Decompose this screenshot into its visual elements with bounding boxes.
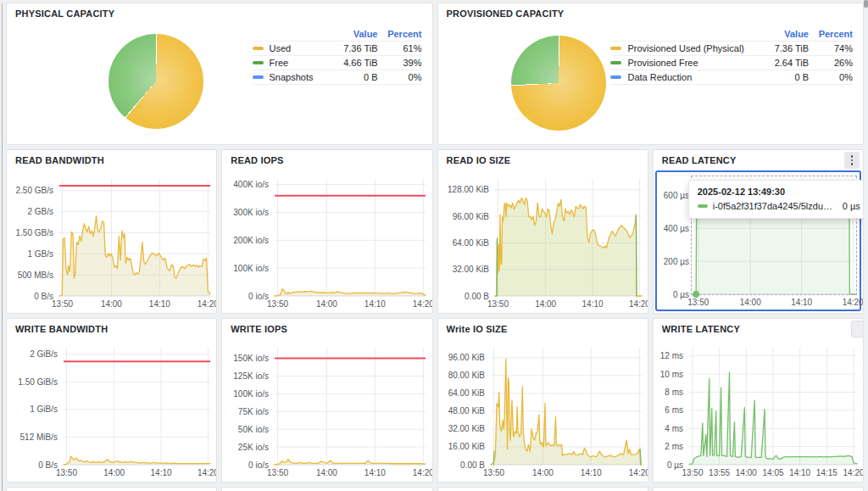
read-io-size-chart[interactable]: 0.00 B32.00 KiB64.00 KiB96.00 KiB128.00 …	[443, 174, 644, 310]
panel-menu-kebab-icon[interactable]	[844, 152, 860, 169]
series-marker-icon	[610, 75, 621, 79]
y-tick-label: 300K io/s	[234, 208, 270, 217]
panel-title-write-iops[interactable]: WRITE IOPS	[231, 324, 287, 334]
write-iops-chart[interactable]: 0 io/s25K io/s50K io/s75K io/s100K io/s1…	[227, 343, 428, 479]
x-tick-label: 14:10	[151, 468, 172, 477]
y-tick-label: 2.50 GB/s	[16, 186, 53, 195]
pie-sheen	[108, 34, 203, 129]
panel-title-read-latency[interactable]: READ LATENCY	[662, 155, 737, 165]
panel-title-provisioned-capacity[interactable]: PROVISIONED CAPACITY	[447, 8, 565, 19]
chart-svg[interactable]: 0 io/s25K io/s50K io/s75K io/s100K io/s1…	[227, 343, 428, 479]
x-tick-label: 13:50	[52, 299, 73, 309]
y-tick-label: 1 GiB/s	[30, 405, 58, 414]
x-tick-label: 13:55	[709, 468, 730, 477]
y-tick-label: 2 GB/s	[27, 207, 53, 216]
legend-row[interactable]: Data Reduction0 B0%	[610, 70, 853, 85]
x-tick-label: 14:00	[316, 468, 337, 477]
y-tick-label: 600 µs	[664, 191, 689, 200]
x-tick-label: 14:20	[842, 298, 863, 307]
panel-read-latency: READ LATENCY 0 µs200 µs400 µs600 µs13:50…	[653, 149, 864, 314]
legend-value: 0 B	[326, 72, 378, 82]
legend-row[interactable]: Used7.36 TiB61%	[253, 41, 422, 55]
write-io-size-chart[interactable]: 0.00 B16.00 KiB32.00 KiB48.00 KiB64.00 K…	[443, 343, 644, 479]
y-tick-label: 32.00 KiB	[448, 424, 485, 433]
legend-row[interactable]: Free4.66 TiB39%	[253, 55, 422, 70]
x-tick-label: 14:20	[843, 468, 864, 477]
clipped-panel	[221, 487, 432, 491]
panel-read-bandwidth: READ BANDWIDTH 0 B/s500 MB/s1 GB/s1.50 G…	[6, 149, 217, 314]
x-tick-label: 14:00	[103, 468, 125, 477]
x-tick-label: 14:10	[149, 299, 170, 309]
panel-title-write-io-size[interactable]: Write IO SIZE	[447, 324, 508, 334]
panel-title-write-bandwidth[interactable]: WRITE BANDWIDTH	[15, 324, 108, 334]
panel-title-physical-capacity[interactable]: PHYSICAL CAPACITY	[15, 8, 114, 19]
panel-read-io-size: READ IO SIZE 0.00 B32.00 KiB64.00 KiB96.…	[437, 149, 648, 314]
window-border	[2, 3, 3, 491]
tooltip-series-name: i-0f5a2f31f37da4245/5lzdu0sghfi	[713, 201, 837, 211]
x-tick-label: 14:00	[736, 468, 757, 477]
panel-title-read-iops[interactable]: READ IOPS	[231, 155, 283, 165]
y-tick-label: 400 µs	[664, 224, 689, 233]
clipped-panel	[653, 487, 864, 491]
series-point-marker[interactable]	[693, 291, 699, 298]
x-tick-label: 14:15	[816, 468, 837, 477]
legend-value: 4.66 TiB	[326, 58, 378, 68]
y-tick-label: 32.00 KiB	[452, 265, 489, 274]
series-marker-icon	[610, 61, 621, 64]
y-tick-label: 64.00 KiB	[452, 238, 489, 248]
x-tick-label: 14:10	[364, 468, 386, 477]
chart-svg[interactable]: 0 B/s512 MiB/s1 GiB/s1.50 GiB/s2 GiB/s13…	[12, 343, 213, 479]
read-iops-chart[interactable]: 0 io/s100K io/s200K io/s300K io/s400K io…	[227, 174, 428, 310]
panel-title-read-bandwidth[interactable]: READ BANDWIDTH	[15, 155, 104, 165]
legend-series-name: Data Reduction	[610, 72, 756, 82]
chart-svg[interactable]: 0 B/s500 MB/s1 GB/s1.50 GB/s2 GB/s2.50 G…	[12, 174, 213, 310]
y-tick-label: 1.50 GiB/s	[18, 377, 58, 387]
y-tick-label: 0 B/s	[34, 292, 53, 301]
legend-row[interactable]: Snapshots0 B0%	[253, 70, 422, 85]
x-tick-label: 14:10	[581, 299, 603, 309]
panel-write-io-size: Write IO SIZE 0.00 B16.00 KiB32.00 KiB48…	[437, 318, 648, 483]
legend-series-name: Used	[253, 43, 326, 53]
x-tick-label: 14:20	[198, 468, 217, 477]
legend-header-percent[interactable]: Percent	[809, 29, 853, 39]
chart-svg[interactable]: 0.00 B16.00 KiB32.00 KiB48.00 KiB64.00 K…	[443, 343, 644, 479]
x-tick-label: 14:10	[791, 298, 812, 307]
series-area	[59, 216, 210, 296]
y-tick-label: 400K io/s	[234, 180, 270, 189]
legend-percent: 39%	[378, 58, 422, 68]
legend-header-value[interactable]: Value	[326, 29, 378, 39]
tooltip-series-row: i-0f5a2f31f37da4245/5lzdu0sghfi 0 µs	[698, 201, 860, 211]
panel-hover-menu-button[interactable]	[851, 321, 864, 338]
y-tick-label: 512 MiB/s	[20, 432, 58, 442]
chart-svg[interactable]: 0.00 B32.00 KiB64.00 KiB96.00 KiB128.00 …	[443, 174, 644, 310]
legend-percent: 61%	[378, 43, 422, 53]
series-marker-icon	[253, 61, 264, 64]
x-tick-label: 13:50	[267, 299, 288, 309]
legend-row[interactable]: Provisioned Free2.64 TiB26%	[610, 55, 853, 70]
legend-value: 7.36 TiB	[326, 43, 378, 53]
write-latency-chart[interactable]: 0 µs2 ms4 ms6 ms8 ms10 ms12 ms13:5013:55…	[659, 343, 860, 479]
read-bandwidth-chart[interactable]: 0 B/s500 MB/s1 GB/s1.50 GB/s2 GB/s2.50 G…	[12, 174, 213, 310]
provisioned-capacity-legend: Value Percent Provisioned Used (Physical…	[610, 27, 853, 85]
write-bandwidth-chart[interactable]: 0 B/s512 MiB/s1 GiB/s1.50 GiB/s2 GiB/s13…	[12, 343, 213, 479]
x-tick-label: 14:20	[628, 468, 648, 477]
physical-capacity-pie-chart[interactable]	[108, 34, 203, 129]
y-tick-label: 0 io/s	[248, 460, 269, 470]
x-tick-label: 13:50	[487, 299, 508, 309]
series-marker-icon	[253, 75, 264, 79]
legend-header-percent[interactable]: Percent	[378, 29, 422, 39]
panel-title-write-latency[interactable]: WRITE LATENCY	[662, 324, 740, 334]
chart-svg[interactable]: 0 µs2 ms4 ms6 ms8 ms10 ms12 ms13:5013:55…	[659, 343, 860, 479]
legend-header-value[interactable]: Value	[756, 29, 809, 39]
y-tick-label: 0 µs	[673, 290, 689, 299]
y-tick-label: 200 µs	[664, 257, 689, 266]
x-tick-label: 14:20	[413, 468, 432, 477]
legend-percent: 26%	[809, 58, 853, 68]
legend-series-name: Provisioned Used (Physical)	[610, 43, 756, 53]
provisioned-capacity-pie-chart[interactable]	[511, 36, 606, 131]
chart-tooltip: 2025-02-12 13:49:30 i-0f5a2f31f37da4245/…	[688, 180, 864, 219]
panel-title-read-io-size[interactable]: READ IO SIZE	[447, 155, 511, 165]
clipped-panel	[437, 487, 648, 491]
legend-row[interactable]: Provisioned Used (Physical)7.36 TiB74%	[610, 41, 853, 55]
chart-svg[interactable]: 0 io/s100K io/s200K io/s300K io/s400K io…	[227, 174, 428, 310]
